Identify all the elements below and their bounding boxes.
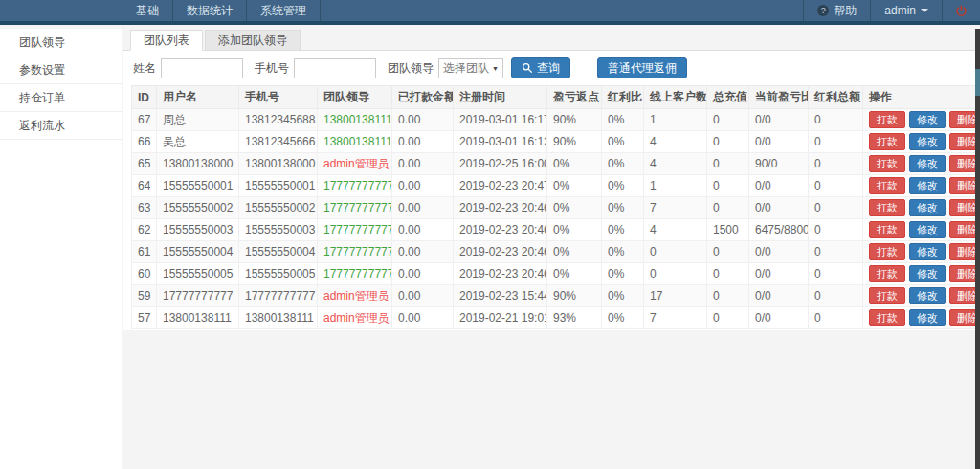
pay-button[interactable]: 打款 bbox=[869, 309, 905, 326]
delete-button[interactable]: 删除 bbox=[949, 155, 978, 172]
pay-button[interactable]: 打款 bbox=[869, 133, 905, 150]
table-cell: 67 bbox=[132, 109, 157, 131]
edit-button[interactable]: 修改 bbox=[909, 265, 946, 282]
table-cell: 0% bbox=[602, 153, 644, 175]
actions-cell: 打款修改删除 bbox=[863, 109, 978, 131]
edit-button[interactable]: 修改 bbox=[909, 133, 946, 150]
table-cell: 2019-02-25 16:00 bbox=[454, 153, 547, 175]
table-cell: 64 bbox=[132, 175, 157, 197]
search-icon bbox=[522, 62, 533, 74]
table-cell: 0% bbox=[547, 263, 602, 285]
pay-button[interactable]: 打款 bbox=[869, 155, 905, 172]
table-cell: 0% bbox=[547, 153, 602, 175]
sidebar-item[interactable]: 参数设置 bbox=[0, 56, 122, 84]
actions-cell: 打款修改删除 bbox=[863, 263, 978, 285]
sidebar-item[interactable]: 团队领导 bbox=[0, 29, 122, 56]
team-leader-table: ID用户名手机号团队领导已打款金额注册时间盈亏返点红利比线上客户数总充值当前盈亏… bbox=[131, 85, 978, 329]
table-cell: 17777777777 bbox=[318, 175, 392, 197]
delete-button[interactable]: 删除 bbox=[949, 111, 978, 128]
nav-item[interactable]: 数据统计 bbox=[173, 0, 247, 21]
leader-select[interactable]: 选择团队 ▼ bbox=[438, 58, 503, 78]
pay-button[interactable]: 打款 bbox=[869, 287, 905, 304]
table-cell: 2019-02-23 20:46 bbox=[454, 263, 547, 285]
edit-button[interactable]: 修改 bbox=[909, 155, 946, 172]
table-row: 66吴总13812345666138001381110.002019-03-01… bbox=[132, 131, 978, 153]
edit-button[interactable]: 修改 bbox=[909, 111, 946, 128]
tab-bar: 团队列表添加团队领导 bbox=[123, 29, 980, 51]
delete-button[interactable]: 删除 bbox=[949, 199, 978, 216]
table-cell: 0% bbox=[602, 285, 644, 307]
edit-button[interactable]: 修改 bbox=[909, 199, 946, 216]
table-cell: 1 bbox=[644, 175, 707, 197]
edit-button[interactable]: 修改 bbox=[909, 309, 946, 326]
tab[interactable]: 添加团队领导 bbox=[205, 30, 301, 51]
power-icon bbox=[955, 5, 968, 17]
table-cell: 15555550004 bbox=[239, 241, 318, 263]
table-cell: 0 bbox=[809, 109, 863, 131]
edit-button[interactable]: 修改 bbox=[909, 243, 946, 260]
table-cell: 15555550002 bbox=[239, 197, 318, 219]
table-cell: 0 bbox=[809, 263, 863, 285]
table-row: 601555555000515555550005177777777770.002… bbox=[132, 263, 978, 285]
edit-button[interactable]: 修改 bbox=[909, 177, 946, 194]
table-cell: 0/0 bbox=[749, 241, 809, 263]
nav-item[interactable]: 系统管理 bbox=[247, 0, 321, 21]
pay-button[interactable]: 打款 bbox=[869, 243, 905, 260]
table-cell: 0 bbox=[809, 197, 863, 219]
pay-button[interactable]: 打款 bbox=[869, 177, 905, 194]
table-cell: admin管理员 bbox=[318, 153, 392, 175]
table-cell: 59 bbox=[132, 285, 157, 307]
phone-filter-input[interactable] bbox=[294, 58, 376, 78]
pay-button[interactable]: 打款 bbox=[869, 221, 905, 238]
delete-button[interactable]: 删除 bbox=[949, 265, 978, 282]
actions-cell: 打款修改删除 bbox=[863, 307, 978, 329]
column-header: 操作 bbox=[863, 86, 978, 109]
table-row: 67周总13812345688138001381110.002019-03-01… bbox=[132, 109, 978, 131]
table-cell: 65 bbox=[132, 153, 157, 175]
table-cell: 93% bbox=[547, 307, 602, 329]
table-row: 591777777777717777777777admin管理员0.002019… bbox=[132, 285, 978, 307]
table-cell: 15555550001 bbox=[239, 175, 318, 197]
name-filter-input[interactable] bbox=[161, 58, 243, 78]
sidebar-item[interactable]: 持仓订单 bbox=[0, 84, 122, 112]
table-cell: 0.00 bbox=[392, 131, 454, 153]
scrollbar-thumb[interactable] bbox=[975, 69, 980, 96]
edit-button[interactable]: 修改 bbox=[909, 287, 946, 304]
table-cell: 0/0 bbox=[749, 197, 809, 219]
table-cell: 17777777777 bbox=[318, 197, 392, 219]
table-cell: 2019-02-23 15:44 bbox=[454, 285, 547, 307]
table-cell: 0 bbox=[707, 197, 749, 219]
pay-button[interactable]: 打款 bbox=[869, 265, 905, 282]
table-cell: 17 bbox=[644, 285, 707, 307]
edit-button[interactable]: 修改 bbox=[909, 221, 946, 238]
nav-item[interactable]: 基础 bbox=[122, 0, 173, 21]
pay-button[interactable]: 打款 bbox=[869, 199, 905, 216]
table-cell: 7 bbox=[644, 197, 707, 219]
delete-button[interactable]: 删除 bbox=[949, 133, 978, 150]
table-cell: 0 bbox=[707, 241, 749, 263]
actions-cell: 打款修改删除 bbox=[863, 197, 978, 219]
delete-button[interactable]: 删除 bbox=[949, 177, 978, 194]
table-cell: 17777777777 bbox=[318, 219, 392, 241]
tab[interactable]: 团队列表 bbox=[130, 30, 203, 51]
help-menu-item[interactable]: ? 帮助 bbox=[803, 0, 870, 21]
delete-button[interactable]: 删除 bbox=[949, 243, 978, 260]
delete-button[interactable]: 删除 bbox=[949, 221, 978, 238]
sidebar-item[interactable]: 返利流水 bbox=[0, 112, 122, 140]
leader-select-value: 选择团队 bbox=[443, 60, 489, 77]
logout-button[interactable] bbox=[942, 0, 980, 21]
delete-button[interactable]: 删除 bbox=[949, 287, 978, 304]
table-row: 651380013800013800138000admin管理员0.002019… bbox=[132, 153, 978, 175]
table-cell: 0% bbox=[602, 219, 644, 241]
table-cell: 0 bbox=[809, 131, 863, 153]
scrollbar[interactable] bbox=[975, 29, 980, 469]
user-dropdown[interactable]: admin bbox=[870, 0, 942, 21]
delete-button[interactable]: 删除 bbox=[949, 309, 978, 326]
table-cell: 0 bbox=[644, 263, 707, 285]
column-header: 总充值 bbox=[707, 86, 749, 109]
pay-button[interactable]: 打款 bbox=[869, 111, 905, 128]
nav-menu: 基础数据统计系统管理 bbox=[122, 0, 321, 21]
agent-rebate-button[interactable]: 普通代理返佣 bbox=[597, 57, 687, 78]
sidebar: 团队领导参数设置持仓订单返利流水 bbox=[0, 29, 122, 469]
search-button[interactable]: 查询 bbox=[511, 57, 570, 78]
